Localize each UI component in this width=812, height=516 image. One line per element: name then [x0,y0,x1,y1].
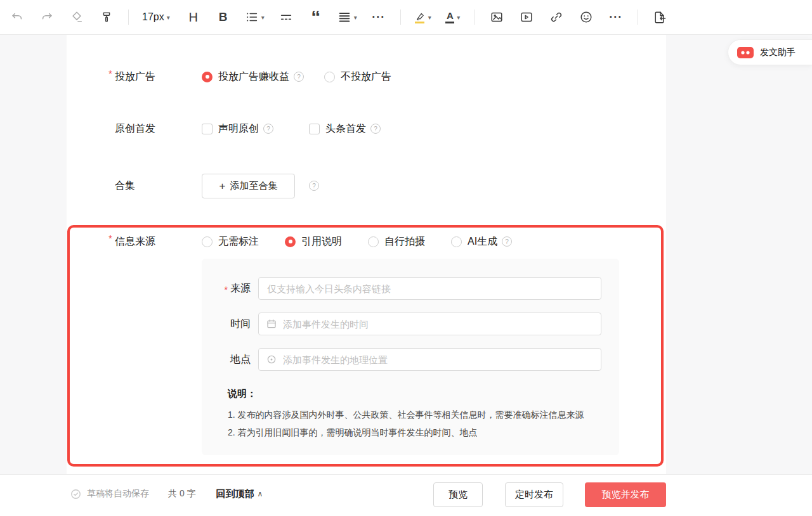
insert-link-icon[interactable] [548,7,565,27]
publish-footer: 草稿将自动保存 共 0 字 回到顶部 ∧ 预览 定时发布 预览并发布 [0,474,812,516]
align-dropdown[interactable]: ▾ [337,7,357,27]
check-circle-icon [70,488,82,500]
chevron-down-icon: ▾ [261,14,265,21]
time-field-label: 时间 [202,313,251,335]
highlight-color-dropdown[interactable]: ▾ [414,7,431,27]
required-asterisk: * [108,233,112,243]
radio-off-icon [451,236,462,247]
autosave-status: 草稿将自动保存 [87,488,149,500]
help-icon[interactable]: ? [370,124,381,134]
help-icon[interactable]: ? [309,181,319,191]
toolbar-divider [475,10,475,25]
radio-no-annotation[interactable]: 无需标注 [202,235,259,248]
checkbox-toutiao-first[interactable]: 头条首发 ? [309,122,381,136]
heading-button[interactable]: H [185,7,202,27]
help-icon[interactable]: ? [502,236,512,247]
align-justify-icon [337,10,351,24]
radio-off-icon [368,236,379,247]
insert-video-icon[interactable] [518,7,535,27]
text-color-icon: A [445,11,454,23]
clear-format-icon[interactable] [69,7,85,27]
more-icon[interactable]: ··· [608,7,624,27]
chevron-down-icon: ▾ [167,14,170,21]
radio-self-shot[interactable]: 自行拍摄 [368,235,425,248]
radio-ad-earn[interactable]: 投放广告赚收益 ? [202,70,304,84]
original-row: 原创首发 声明原创 ? 头条首发 ? [67,117,666,140]
add-to-collection-button[interactable]: + 添加至合集 [202,174,295,198]
help-icon[interactable]: ? [263,124,273,134]
chevron-up-icon[interactable]: ∧ [258,489,263,498]
collection-row-label: 合集 [115,174,135,198]
bullet-list-dropdown[interactable]: ▾ [245,7,265,27]
bold-button[interactable]: B [215,7,232,27]
bullet-list-icon [245,10,259,24]
toolbar-divider [638,10,638,25]
back-to-top-link[interactable]: 回到顶部 [216,488,254,500]
assistant-label: 发文助手 [760,47,796,58]
redo-icon[interactable] [39,7,55,27]
insert-image-icon[interactable] [488,7,505,27]
info-source-label: 信息来源 [115,230,155,253]
highlight-color-icon [414,11,426,23]
radio-on-icon [202,72,213,82]
preview-button[interactable]: 预览 [433,482,483,507]
required-asterisk: * [225,285,228,295]
horizontal-divider-icon[interactable] [278,7,294,27]
notes-title: 说明： [228,388,256,400]
plus-icon: + [219,180,226,193]
event-location-input[interactable] [258,348,601,371]
text-color-dropdown[interactable]: A ▾ [445,7,461,27]
word-count: 共 0 字 [168,488,196,500]
source-field-label: * 来源 [202,277,251,300]
chevron-down-icon: ▾ [428,14,431,21]
source-link-input[interactable] [258,277,601,300]
preview-and-publish-button[interactable]: 预览并发布 [585,482,666,507]
help-icon[interactable]: ? [294,72,304,82]
radio-citation[interactable]: 引用说明 [285,235,342,248]
radio-on-icon [285,236,296,247]
radio-off-icon [202,236,213,247]
radio-no-ad[interactable]: 不投放广告 [324,70,391,84]
note-line: 2. 若为引用旧闻旧事的，需明确说明当时事件发生的时间、地点 [228,427,478,439]
format-painter-icon[interactable] [98,7,115,27]
import-doc-icon[interactable] [652,7,668,27]
editor-toolbar: 17px ▾ H B ▾ “ ▾ ··· ▾ A ▾ [0,0,812,35]
checkbox-icon [202,124,213,134]
event-time-input[interactable] [258,313,601,335]
font-size-dropdown[interactable]: 17px ▾ [142,7,170,27]
blockquote-icon[interactable]: “ [308,12,324,22]
location-field-label: 地点 [202,348,251,371]
checkbox-icon [309,124,320,134]
font-size-value: 17px [142,11,164,23]
radio-ai-generated[interactable]: AI生成 ? [451,235,512,248]
required-asterisk: * [108,68,112,79]
more-icon[interactable]: ··· [370,7,387,27]
toolbar-divider [400,10,401,25]
radio-off-icon [324,72,335,82]
checkbox-declare-original[interactable]: 声明原创 ? [202,122,273,136]
publish-assistant-button[interactable]: 发文助手 [728,39,812,65]
collection-row: 合集 + 添加至合集 ? [67,174,666,198]
ad-row-label: 投放广告 [115,65,155,88]
citation-detail-panel: * 来源 时间 地点 说明： 1. 发布的内容涉及国内外时事、公共政策、社会事件… [202,259,619,455]
original-row-label: 原创首发 [115,117,155,140]
schedule-publish-button[interactable]: 定时发布 [505,482,563,507]
chevron-down-icon: ▾ [354,14,357,21]
robot-icon [737,45,754,60]
emoji-icon[interactable] [578,7,594,27]
ad-row: * 投放广告 投放广告赚收益 ? 不投放广告 [67,65,666,88]
note-line: 1. 发布的内容涉及国内外时事、公共政策、社会事件等相关信息时，需要准确标注信息… [228,410,584,421]
toolbar-divider [128,10,129,25]
chevron-down-icon: ▾ [457,14,460,21]
publish-settings-panel: * 投放广告 投放广告赚收益 ? 不投放广告 原创首发 声明原创 ? [67,35,666,474]
undo-icon[interactable] [9,7,25,27]
info-source-row: * 信息来源 无需标注 引用说明 自行拍摄 AI生成 ? [67,230,666,253]
